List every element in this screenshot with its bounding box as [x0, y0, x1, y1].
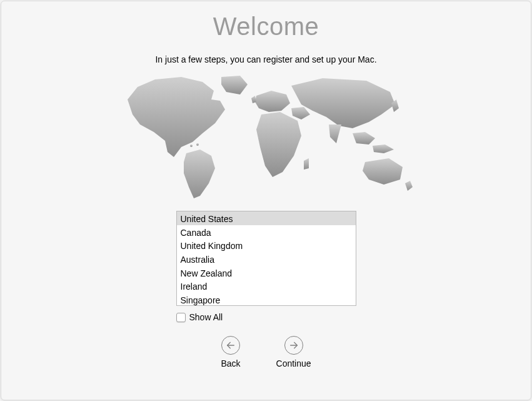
arrow-left-icon	[221, 336, 240, 355]
country-item-united-states[interactable]: United States	[177, 211, 356, 225]
show-all-label: Show All	[189, 312, 223, 322]
page-subtitle: In just a few steps, you can register an…	[155, 54, 376, 64]
svg-point-0	[190, 145, 193, 147]
country-item-ireland[interactable]: Ireland	[177, 279, 356, 293]
page-title: Welcome	[213, 13, 319, 41]
country-item-new-zealand[interactable]: New Zealand	[177, 266, 356, 280]
continue-button[interactable]: Continue	[276, 336, 311, 368]
country-item-singapore[interactable]: Singapore	[177, 293, 356, 306]
svg-point-1	[196, 143, 199, 146]
country-listbox[interactable]: United States Canada United Kingdom Aust…	[176, 211, 356, 306]
arrow-right-icon	[284, 336, 303, 355]
back-label: Back	[221, 358, 240, 368]
setup-welcome-panel: Welcome In just a few steps, you can reg…	[1, 1, 531, 400]
country-item-australia[interactable]: Australia	[177, 252, 356, 266]
nav-buttons: Back Continue	[221, 336, 311, 368]
world-map-icon	[116, 73, 416, 205]
show-all-checkbox[interactable]	[176, 313, 186, 322]
show-all-row: Show All	[176, 312, 356, 322]
back-button[interactable]: Back	[221, 336, 240, 368]
country-item-canada[interactable]: Canada	[177, 225, 356, 239]
country-item-united-kingdom[interactable]: United Kingdom	[177, 238, 356, 252]
continue-label: Continue	[276, 358, 311, 368]
